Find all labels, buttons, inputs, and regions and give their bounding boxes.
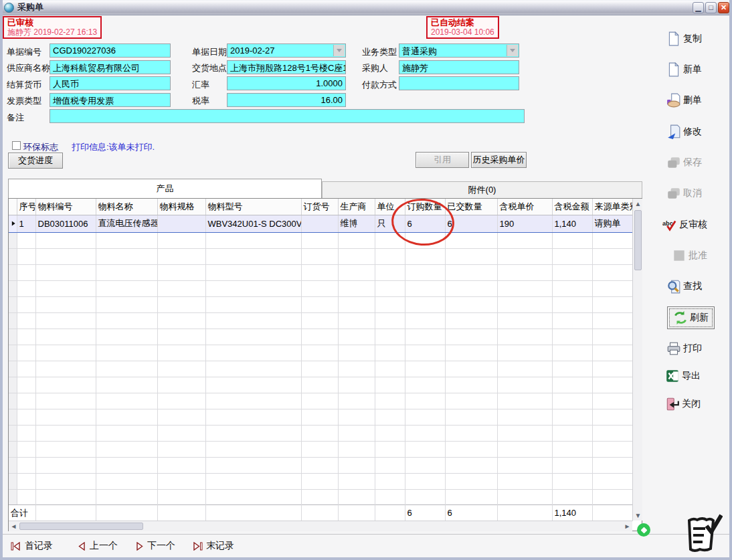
empty-grid-row: [9, 441, 632, 457]
abc-check-icon: abc: [662, 217, 677, 232]
empty-grid-row: [9, 248, 632, 264]
empty-grid-row: [9, 345, 632, 361]
exit-door-icon: [665, 397, 680, 411]
copy-button[interactable]: 复制: [666, 31, 702, 46]
supplier-field[interactable]: 上海科航贸易有限公司: [50, 60, 171, 74]
scroll-up-icon[interactable]: ▲: [633, 199, 643, 209]
table-row[interactable]: 1 DB03011006 直流电压传感器 WBV342U01-S DC300V/…: [9, 215, 632, 232]
col-manufacturer[interactable]: 生产商: [338, 199, 375, 215]
biz-type-field[interactable]: 普通采购: [399, 43, 519, 58]
scroll-right-icon[interactable]: ►: [622, 521, 632, 531]
minimize-button[interactable]: ▁: [693, 2, 704, 13]
empty-grid-row: [9, 296, 632, 312]
next-record-label: 下一个: [147, 540, 175, 552]
search-icon: [666, 279, 681, 294]
invoice-type-field[interactable]: 增值税专用发票: [50, 93, 171, 107]
cancel-folder-icon: [666, 186, 681, 201]
app-globe-icon: [4, 3, 14, 13]
col-material-no[interactable]: 物料编号: [35, 199, 96, 215]
delivery-progress-button[interactable]: 交货进度: [8, 153, 63, 169]
first-record-button[interactable]: 首记录: [11, 540, 53, 552]
invoice-type-label: 发票类型: [7, 95, 41, 107]
eco-flag-checkbox[interactable]: [12, 141, 21, 150]
doc-date-field[interactable]: 2019-02-27: [227, 43, 346, 58]
biz-type-dropdown-icon[interactable]: [507, 45, 518, 56]
vertical-scrollbar[interactable]: ▲ ▼: [632, 199, 642, 521]
new-button[interactable]: 新单: [666, 62, 702, 77]
hscroll-thumb[interactable]: [19, 523, 143, 530]
empty-grid-row: [9, 280, 632, 296]
print-info-text: 打印信息:该单未打印.: [72, 141, 155, 153]
empty-grid-row: [9, 361, 632, 377]
print-label: 打印: [683, 343, 702, 355]
refresh-button[interactable]: 刷新: [667, 306, 715, 329]
remark-field[interactable]: [50, 109, 525, 123]
tab-attachment[interactable]: 附件(0): [322, 181, 642, 198]
empty-grid-row: [9, 329, 632, 345]
unaudit-button[interactable]: abc 反审核: [662, 217, 707, 232]
doc-no-field[interactable]: CGD190227036: [50, 43, 171, 58]
grid-header-row: 序号 物料编号 物料名称 物料规格 物料型号 订货号 生产商 单位 订购数量 已…: [9, 199, 632, 215]
history-price-button[interactable]: 历史采购单价: [471, 152, 527, 168]
new-page-icon: [666, 62, 681, 77]
col-material-model[interactable]: 物料型号: [205, 199, 301, 215]
cancel-button: 取消: [666, 186, 702, 201]
delete-hand-icon: [666, 93, 681, 108]
save-folder-icon: [666, 155, 681, 170]
tax-rate-field[interactable]: 16.00: [227, 93, 346, 107]
next-record-button[interactable]: 下一个: [135, 540, 175, 552]
col-order-no[interactable]: 订货号: [301, 199, 338, 215]
approve-square-icon: [672, 248, 687, 263]
modify-button[interactable]: 修改: [666, 124, 702, 139]
new-label: 新单: [683, 64, 702, 76]
col-amount[interactable]: 含税金额: [552, 199, 592, 215]
purchaser-label: 采购人: [362, 62, 388, 74]
purchaser-field[interactable]: 施静芳: [399, 60, 519, 74]
scroll-left-icon[interactable]: ◄: [9, 521, 19, 531]
scroll-down-icon[interactable]: ▼: [633, 510, 643, 521]
export-label: 导出: [682, 370, 701, 382]
print-button[interactable]: 打印: [666, 341, 702, 356]
prev-record-button[interactable]: 上一个: [78, 540, 118, 552]
tab-product[interactable]: 产品: [8, 179, 322, 198]
exchange-rate-field[interactable]: 1.0000: [227, 76, 346, 90]
auto-closed-stamp-detail: 2019-03-04 10:06: [431, 27, 494, 37]
col-unit-price[interactable]: 含税单价: [497, 199, 552, 215]
last-record-label: 末记录: [206, 540, 234, 552]
col-source-type[interactable]: 来源单类别: [592, 199, 632, 215]
empty-grid-row: [9, 425, 632, 441]
close-window-button[interactable]: ✕: [718, 2, 729, 13]
doc-date-dropdown-icon[interactable]: [333, 45, 345, 56]
totals-row: 合计 6 6 1,140: [9, 505, 632, 521]
prev-record-label: 上一个: [90, 540, 118, 552]
totals-table: 合计 6 6 1,140: [9, 504, 633, 521]
col-delivered-qty[interactable]: 已交数量: [445, 199, 497, 215]
supplier-label: 供应商名称: [7, 62, 50, 74]
grid-table: 序号 物料编号 物料名称 物料规格 物料型号 订货号 生产商 单位 订购数量 已…: [9, 199, 633, 506]
currency-field[interactable]: 人民币: [50, 76, 171, 90]
find-label: 查找: [683, 280, 702, 292]
first-record-label: 首记录: [25, 540, 53, 552]
currency-label: 结算货币: [7, 79, 41, 91]
payment-method-label: 付款方式: [362, 79, 397, 91]
totals-amount: 1,140: [552, 505, 592, 521]
unaudit-label: 反审核: [679, 219, 707, 231]
maximize-button[interactable]: □: [705, 2, 717, 13]
col-material-name[interactable]: 物料名称: [96, 199, 157, 215]
payment-method-field[interactable]: [399, 76, 519, 90]
delete-button[interactable]: 删单: [666, 93, 702, 108]
eco-flag-label: 环保标志: [23, 141, 58, 153]
remark-label: 备注: [7, 112, 24, 124]
delivery-place-field[interactable]: 上海市翔殷路128号1号楼C座11: [227, 60, 346, 74]
totals-label: 合计: [9, 505, 35, 521]
horizontal-scrollbar[interactable]: ◄ ►: [9, 521, 632, 531]
col-material-spec[interactable]: 物料规格: [157, 199, 205, 215]
export-button[interactable]: 导出: [665, 369, 701, 383]
auto-closed-stamp: 已自动结案 2019-03-04 10:06: [426, 16, 499, 39]
modify-label: 修改: [683, 126, 702, 138]
vscroll-thumb[interactable]: [634, 210, 642, 270]
last-record-button[interactable]: 末记录: [192, 540, 234, 552]
col-seq[interactable]: 序号: [17, 199, 35, 215]
find-button[interactable]: 查找: [666, 279, 702, 294]
close-form-button[interactable]: 关闭: [665, 397, 701, 411]
